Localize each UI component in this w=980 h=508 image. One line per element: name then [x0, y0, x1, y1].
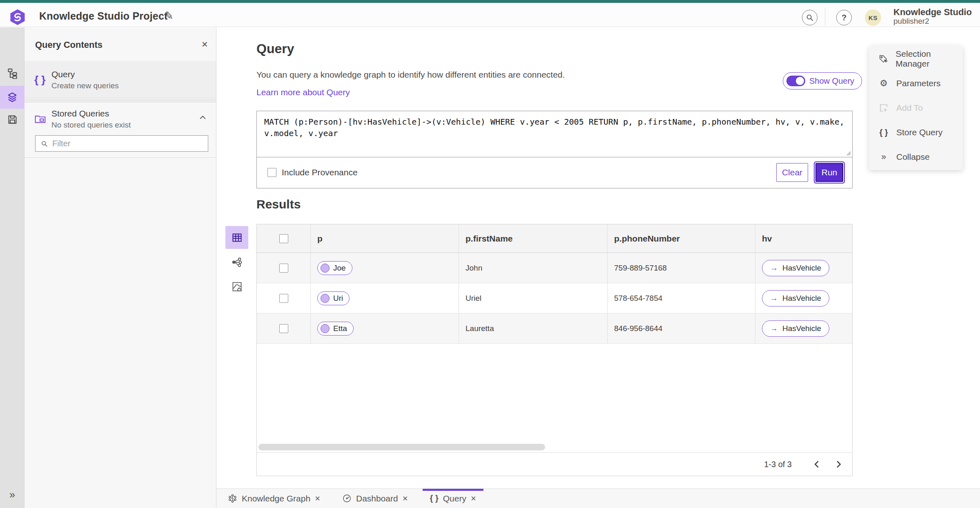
close-icon[interactable]: ×: [471, 493, 476, 504]
query-editor[interactable]: MATCH (p:Person)-[hv:HasVehicle]->(v:Veh…: [257, 111, 852, 157]
search-button[interactable]: [802, 10, 817, 25]
page-title: Query: [256, 41, 294, 56]
tools-panel: Selection Manager ⚙ Parameters Add To { …: [869, 46, 963, 170]
selection-manager-icon: [878, 54, 889, 64]
node-pill[interactable]: Joe: [317, 261, 352, 275]
include-provenance-label: Include Provenance: [282, 168, 358, 177]
graph-view-button[interactable]: [225, 251, 248, 273]
app-logo[interactable]: [9, 8, 26, 27]
query-contents-panel: Query Contents × { } Query Create new qu…: [24, 27, 216, 508]
query-form-footer: Include Provenance Clear Run: [257, 157, 852, 188]
panel-item-query[interactable]: { } Query Create new queries: [24, 62, 216, 98]
save-icon: [7, 114, 18, 125]
filter-input[interactable]: [52, 139, 203, 148]
selection-manager-button[interactable]: Selection Manager: [869, 47, 963, 71]
node-label: Etta: [333, 324, 347, 333]
cell-phonenumber: 578-654-7854: [608, 283, 755, 313]
arrow-right-icon: →: [770, 264, 778, 273]
next-page-button[interactable]: [832, 457, 846, 471]
select-all-checkbox[interactable]: [279, 234, 288, 243]
show-query-label: Show Query: [809, 76, 854, 86]
column-header-phonenumber[interactable]: p.phoneNumber: [608, 224, 755, 253]
main-content: Query You can query a knowledge graph to…: [216, 27, 980, 488]
node-dot-icon: [321, 294, 330, 303]
row-checkbox[interactable]: [279, 294, 288, 303]
edge-label: HasVehicle: [782, 324, 821, 333]
knowledge-graph-icon: [228, 494, 237, 503]
arrow-right-icon: →: [770, 324, 778, 333]
panel-section-gap: [24, 98, 216, 103]
help-button[interactable]: ?: [836, 10, 852, 25]
edge-pill[interactable]: → HasVehicle: [762, 320, 829, 337]
top-accent-bar: [0, 0, 980, 3]
edge-pill[interactable]: → HasVehicle: [762, 290, 829, 307]
table-view-icon: [232, 232, 243, 243]
app-window: Knowledge Studio Project ✎ ? KS Knowledg…: [0, 0, 980, 508]
close-icon[interactable]: ×: [315, 493, 320, 504]
column-header-p[interactable]: p: [311, 224, 459, 253]
close-icon[interactable]: ×: [403, 493, 408, 504]
column-header-hv[interactable]: hv: [755, 224, 852, 253]
avatar[interactable]: KS: [865, 9, 881, 26]
clear-button[interactable]: Clear: [776, 163, 808, 182]
include-provenance-checkbox[interactable]: [267, 168, 276, 177]
collapse-button[interactable]: » Collapse: [869, 145, 963, 169]
help-icon: ?: [842, 13, 846, 22]
node-pill[interactable]: Uri: [317, 291, 350, 305]
tab-label: Query: [443, 494, 466, 504]
cell-phonenumber: 759-889-57168: [608, 253, 755, 283]
previous-page-button[interactable]: [810, 457, 824, 471]
close-icon[interactable]: ×: [202, 38, 208, 51]
toggle-on-icon[interactable]: [786, 76, 805, 86]
edge-label: HasVehicle: [782, 264, 821, 273]
table-view-button[interactable]: [225, 226, 248, 249]
resize-grip-icon[interactable]: [846, 150, 851, 156]
column-header-firstname[interactable]: p.firstName: [459, 224, 608, 253]
bottom-tab-bar: Knowledge Graph × Dashboard × { } Query …: [216, 488, 980, 508]
pagination-label: 1-3 of 3: [764, 460, 792, 469]
panel-title: Query Contents: [35, 40, 102, 50]
tab-query[interactable]: { } Query ×: [421, 489, 485, 508]
results-table: p p.firstName p.phoneNumber hv Joe John …: [256, 224, 853, 476]
store-query-button[interactable]: { } Store Query: [869, 120, 963, 145]
layers-icon: [7, 92, 18, 103]
stored-queries-texts: Stored Queries No stored queries exist: [51, 109, 131, 130]
table-row: Joe John 759-889-57168 → HasVehicle: [257, 253, 852, 283]
stored-queries-title: Stored Queries: [51, 109, 131, 119]
node-pill[interactable]: Etta: [317, 322, 354, 336]
user-block: Knowledge Studio publisher2: [893, 7, 972, 26]
braces-icon: { }: [34, 74, 51, 86]
rail-save-button[interactable]: [0, 108, 24, 131]
edge-pill[interactable]: → HasVehicle: [762, 260, 829, 276]
horizontal-scrollbar[interactable]: [258, 444, 545, 450]
rail-layers-button[interactable]: [0, 86, 24, 109]
dashboard-icon: [342, 494, 352, 503]
search-icon: [805, 13, 814, 22]
tab-knowledge-graph[interactable]: Knowledge Graph ×: [219, 489, 329, 508]
tab-dashboard[interactable]: Dashboard ×: [333, 489, 417, 508]
query-description: You can query a knowledge graph to ident…: [256, 70, 565, 80]
filter-field: [35, 135, 208, 152]
chart-view-button[interactable]: [225, 275, 248, 298]
chevron-up-icon[interactable]: [199, 115, 206, 120]
run-button[interactable]: Run: [815, 163, 843, 182]
row-checkbox[interactable]: [279, 324, 288, 333]
toggle-knob: [795, 76, 804, 85]
stored-queries-header[interactable]: Stored Queries No stored queries exist: [24, 103, 216, 135]
node-dot-icon: [321, 264, 330, 273]
learn-more-link[interactable]: Learn more about Query: [256, 87, 350, 97]
show-query-toggle[interactable]: Show Query: [783, 72, 862, 90]
tab-label: Dashboard: [356, 494, 398, 504]
query-item-title: Query: [51, 69, 119, 79]
row-checkbox[interactable]: [279, 264, 288, 273]
parameters-button[interactable]: ⚙ Parameters: [869, 71, 963, 96]
cell-firstname: Lauretta: [459, 313, 608, 343]
node-label: Joe: [333, 264, 346, 273]
add-to-button: Add To: [869, 96, 963, 120]
left-icon-rail: »: [0, 27, 24, 508]
folder-icon: [34, 114, 51, 124]
node-dot-icon: [321, 324, 330, 333]
rail-hierarchy-button[interactable]: [0, 62, 24, 85]
expand-rail-icon[interactable]: »: [0, 489, 24, 501]
edit-title-icon[interactable]: ✎: [164, 9, 174, 22]
